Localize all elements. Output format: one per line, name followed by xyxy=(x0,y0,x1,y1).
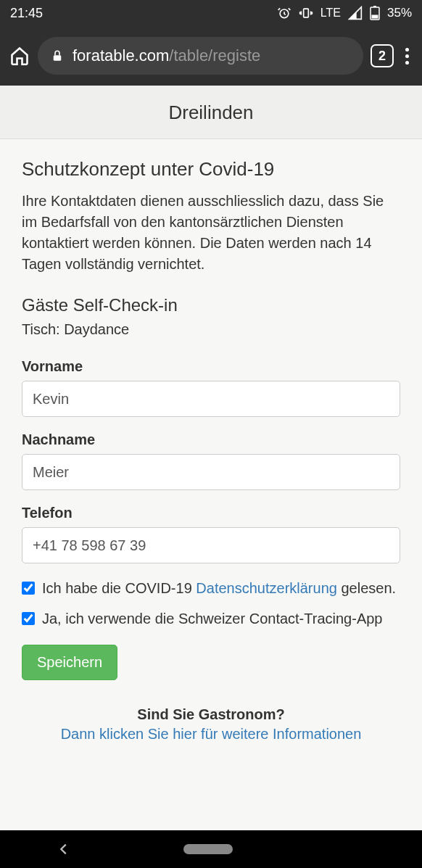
firstname-input[interactable] xyxy=(22,381,400,417)
svg-rect-3 xyxy=(373,6,376,7)
url-text: foratable.com/table/registe xyxy=(73,46,260,65)
status-icons: LTE 35% xyxy=(277,6,412,20)
home-pill[interactable] xyxy=(183,844,233,854)
phone-input[interactable] xyxy=(22,527,400,563)
lastname-input[interactable] xyxy=(22,454,400,490)
page-title: Dreilinden xyxy=(0,86,422,139)
svg-rect-1 xyxy=(303,9,308,17)
privacy-link[interactable]: Datenschutzerklärung xyxy=(196,580,337,596)
svg-rect-4 xyxy=(371,15,378,19)
android-nav-bar xyxy=(0,830,422,868)
signal-icon xyxy=(348,6,363,20)
consent-tracing-text: Ja, ich verwende die Schweizer Contact-T… xyxy=(42,608,382,629)
vibrate-icon xyxy=(299,6,313,20)
footer-link[interactable]: Dann klicken Sie hier für weitere Inform… xyxy=(61,726,362,742)
browser-bar: foratable.com/table/registe 2 xyxy=(0,26,422,86)
menu-icon[interactable] xyxy=(401,48,413,65)
battery-icon xyxy=(370,6,380,20)
phone-label: Telefon xyxy=(22,505,400,521)
network-label: LTE xyxy=(320,7,341,20)
consent-privacy-text: Ich habe die COVID-19 Datenschutzerkläru… xyxy=(42,578,396,598)
status-time: 21:45 xyxy=(10,6,43,21)
lock-icon xyxy=(51,49,64,63)
back-button[interactable] xyxy=(56,841,72,857)
lastname-label: Nachname xyxy=(22,431,400,448)
tab-count[interactable]: 2 xyxy=(371,44,394,67)
svg-rect-5 xyxy=(54,55,62,61)
url-bar[interactable]: foratable.com/table/registe xyxy=(38,37,363,75)
save-button[interactable]: Speichern xyxy=(22,645,117,680)
content: Schutzkonzept unter Covid-19 Ihre Kontak… xyxy=(0,139,422,743)
status-bar: 21:45 LTE 35% xyxy=(0,0,422,26)
consent-tracing-checkbox[interactable] xyxy=(22,612,35,625)
description: Ihre Kontaktdaten dienen ausschliesslich… xyxy=(22,191,400,275)
checkin-title: Gäste Self-Check-in xyxy=(22,295,400,315)
page: Dreilinden Schutzkonzept unter Covid-19 … xyxy=(0,86,422,830)
table-label: Tisch: Daydance xyxy=(22,321,400,338)
footer-question: Sind Sie Gastronom? xyxy=(22,706,400,723)
section-title: Schutzkonzept unter Covid-19 xyxy=(22,158,400,181)
battery-percent: 35% xyxy=(387,6,412,20)
home-icon[interactable] xyxy=(9,45,30,67)
firstname-label: Vorname xyxy=(22,358,400,375)
consent-privacy-checkbox[interactable] xyxy=(22,582,35,595)
alarm-icon xyxy=(277,6,291,20)
